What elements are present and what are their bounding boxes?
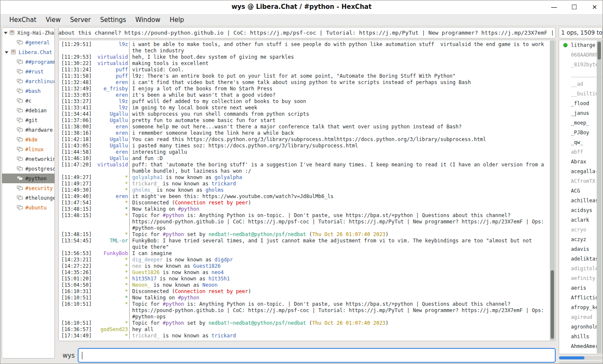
message-segment: ) xyxy=(386,320,388,326)
userlist-item[interactable]: __builtin xyxy=(559,89,602,98)
message: Disconnected (Connection reset by peer) xyxy=(129,288,555,295)
menu-item-server[interactable]: Server xyxy=(65,15,95,25)
userlist-item[interactable]: Affliction xyxy=(559,293,602,302)
tree-item--thelounge[interactable]: #thelounge xyxy=(2,193,54,203)
tree-item--bash[interactable]: #bash xyxy=(2,86,54,96)
userlist-item[interactable]: agronholm xyxy=(559,322,602,331)
userlist-item[interactable]: aeris xyxy=(559,283,602,293)
message-input[interactable] xyxy=(78,348,556,363)
userlist-item[interactable]: adavis xyxy=(559,244,602,254)
message-segment: Guest1826 xyxy=(132,269,160,275)
userlist-item[interactable]: ACfromTX xyxy=(559,176,602,186)
tree-item--linux[interactable]: #linux xyxy=(2,144,54,154)
userlist-item[interactable]: _flood xyxy=(559,98,602,108)
menu-item-hexchat[interactable]: HexChat xyxy=(5,15,41,25)
chat-line: [13:47:54]*Disconnected (Connection rese… xyxy=(59,200,555,206)
message-segment: golyalpha xyxy=(215,174,242,180)
tree-item--ubuntu[interactable]: #ubuntu xyxy=(2,203,54,212)
channel-tree[interactable]: Xing-Hai-Zhang#generalLibera.Chat##progr… xyxy=(2,27,55,359)
menu-item-window[interactable]: Window xyxy=(131,15,165,25)
timestamp: [17:34:49] xyxy=(59,333,92,339)
userlist-item[interactable]: acryo xyxy=(559,225,602,234)
title-bar[interactable]: wys @ Libera.Chat / #python - HexChat — … xyxy=(0,0,603,14)
userlist-item[interactable]: 068AADRKN xyxy=(559,50,602,60)
message-segment: hey all xyxy=(132,326,154,332)
message: Topic for #python set by nedbat!~nedbat@… xyxy=(129,231,555,238)
userlist-item[interactable]: _PJBoy xyxy=(559,128,602,137)
userlist-item[interactable]: agireud xyxy=(559,312,602,322)
chat-line: [11:38:00]erensomeone help me out here..… xyxy=(59,124,555,130)
close-icon[interactable]: ✕ xyxy=(590,3,599,12)
tree-item--git[interactable]: #git xyxy=(2,115,54,125)
tree-item--rust[interactable]: ##rust xyxy=(2,67,54,76)
userlist-hscrollbar-thumb[interactable] xyxy=(559,356,584,359)
tree-item--archlinux[interactable]: #archlinux xyxy=(2,76,54,86)
tree-item--postgresql[interactable]: #postgresql xyxy=(2,164,54,174)
menu-item-view[interactable]: View xyxy=(41,15,65,25)
userlist-item[interactable]: _moep_ xyxy=(559,118,602,128)
userlist-item[interactable]: _janus xyxy=(559,108,602,118)
minimize-icon[interactable]: — xyxy=(549,3,559,12)
expander-icon[interactable] xyxy=(4,50,9,54)
userlist-item[interactable]: Abrax xyxy=(559,157,602,166)
chat-bubble-icon xyxy=(16,166,23,172)
tree-item--python[interactable]: #python xyxy=(2,174,54,183)
userlist-item[interactable]: achilleas xyxy=(559,196,602,205)
chat-line: [11:37:06]Ugallupretty fun to automate s… xyxy=(59,117,555,124)
userlist-item[interactable]: afropy_ke xyxy=(559,302,602,312)
server-icon xyxy=(10,49,16,55)
tree-item--security[interactable]: #security xyxy=(2,183,54,193)
chat-line: [11:33:03]erenit's been a while but wasn… xyxy=(59,92,555,98)
tree-item-xing-hai-zhang[interactable]: Xing-Hai-Zhang xyxy=(2,28,54,38)
nick: l9z xyxy=(92,41,128,54)
userlist-item[interactable]: _qw_ xyxy=(559,137,602,147)
userlist-item[interactable]: acidsys xyxy=(559,205,602,215)
userlist-item[interactable]: aefinity xyxy=(559,273,602,283)
user-list[interactable]: litharge068AADRKN_8192byte_____________a… xyxy=(559,40,603,354)
message-segment: heh, I like the boot.dev system of givin… xyxy=(132,54,294,60)
topic-bar[interactable]: about this channel? https://pound-python… xyxy=(58,27,556,38)
menu-item-settings[interactable]: Settings xyxy=(95,15,131,25)
tree-item-label: #python xyxy=(25,176,47,182)
chat-line: [11:30:22]virtualsidmaking tools is exce… xyxy=(59,60,555,67)
userlist-scrollbar-thumb[interactable] xyxy=(598,42,601,60)
userlist-item[interactable]: abff xyxy=(559,147,602,157)
userlist-item[interactable]: acegalla- xyxy=(559,166,602,176)
menu-item-help[interactable]: Help xyxy=(165,15,189,25)
chat-line: [11:32:49]e_frisbyI enjoy a lot of the b… xyxy=(59,86,555,92)
chat-scrollbar-thumb[interactable] xyxy=(551,270,554,339)
userlist-item[interactable]: __ad xyxy=(559,79,602,89)
message-segment: pretty fun to automate some basic fun fo… xyxy=(132,117,276,123)
tree-item--networking[interactable]: #networking xyxy=(2,154,54,164)
userlist-item[interactable]: adeliktas xyxy=(559,254,602,263)
tree-item--general[interactable]: #general xyxy=(2,38,54,47)
message: with subprocess you run shell commands f… xyxy=(129,111,555,117)
userlist-item[interactable]: AhmedAmer xyxy=(559,341,602,351)
chat-line: [11:33:27]l9zpuff will def added to my c… xyxy=(59,98,555,105)
userlist-item[interactable]: _8192byte xyxy=(559,60,602,69)
tree-item--hardware[interactable]: #hardware xyxy=(2,125,54,135)
chat-scrollbar[interactable] xyxy=(550,41,555,340)
maximize-icon[interactable]: ☐ xyxy=(570,3,579,12)
userlist-item[interactable]: ___________ xyxy=(559,69,602,79)
tree-item--kde[interactable]: #kde xyxy=(2,135,54,144)
tree-item--c[interactable]: #c xyxy=(2,96,54,106)
userlist-item[interactable]: ACG xyxy=(559,186,602,196)
userlist-item[interactable]: adigitole xyxy=(559,263,602,273)
userlist-item[interactable]: ahills xyxy=(559,331,602,341)
expander-icon[interactable] xyxy=(3,31,8,35)
chat-line: [11:29:51]l9zi want be able to make tool… xyxy=(59,41,555,54)
tree-item-libera-chat[interactable]: Libera.Chat xyxy=(2,47,54,57)
timestamp: [11:33:41] xyxy=(59,105,92,111)
userlist-hscrollbar[interactable] xyxy=(559,356,603,360)
user-nick: __builtin xyxy=(571,91,598,97)
userlist-item[interactable]: aclark xyxy=(559,215,602,225)
userlist-scrollbar[interactable] xyxy=(597,41,602,353)
message-segment: it's been a while but wasn't that a good… xyxy=(132,92,276,98)
timestamp: [13:54:45] xyxy=(59,238,92,250)
userlist-item[interactable]: aczyz xyxy=(559,234,602,244)
tree-item--debian[interactable]: #debian xyxy=(2,106,54,115)
tree-item--programming[interactable]: ##programming xyxy=(2,57,54,67)
message: interesting ugallu xyxy=(129,149,555,155)
userlist-item[interactable]: litharge xyxy=(559,40,602,50)
